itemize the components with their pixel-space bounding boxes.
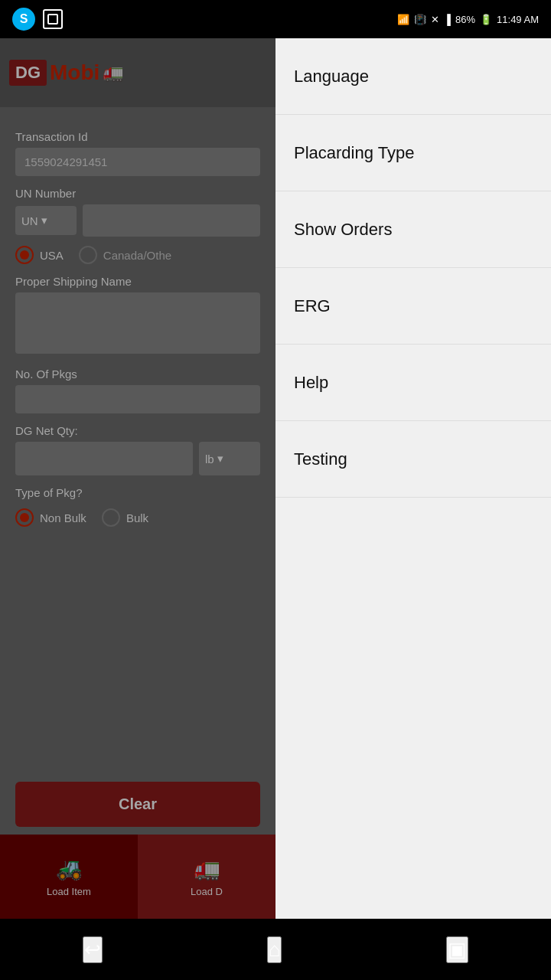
menu-item-testing[interactable]: Testing bbox=[276, 421, 551, 498]
wifi-icon: 📶 bbox=[397, 14, 409, 25]
menu-item-erg[interactable]: ERG bbox=[276, 268, 551, 345]
battery-percent: 86% bbox=[455, 14, 475, 25]
menu-item-language[interactable]: Language bbox=[276, 38, 551, 115]
status-right: 📶 📳 ✕ ▐ 86% 🔋 11:49 AM bbox=[397, 14, 539, 25]
clock: 11:49 AM bbox=[497, 14, 539, 25]
recents-button[interactable]: ▣ bbox=[446, 936, 468, 963]
battery-icon: 🔋 bbox=[480, 14, 492, 25]
multi-window-icon bbox=[43, 9, 63, 29]
overlay[interactable] bbox=[0, 38, 276, 919]
skype-icon: S bbox=[12, 8, 35, 31]
signal-bars: ▐ bbox=[444, 14, 451, 25]
main-area: DG Mobi 🚛 Transaction Id UN Number UN ▾ bbox=[0, 38, 551, 919]
back-button[interactable]: ↩ bbox=[83, 936, 103, 963]
menu-item-help[interactable]: Help bbox=[276, 345, 551, 421]
signal-icon: ✕ bbox=[431, 14, 439, 25]
menu-item-show-orders[interactable]: Show Orders bbox=[276, 191, 551, 268]
menu-item-placarding-type[interactable]: Placarding Type bbox=[276, 115, 551, 191]
nav-bar: ↩ ⌂ ▣ bbox=[0, 919, 551, 980]
sim-icon: 📳 bbox=[414, 14, 426, 25]
menu-panel: Language Placarding Type Show Orders ERG… bbox=[276, 38, 551, 919]
status-bar: S 📶 📳 ✕ ▐ 86% 🔋 11:49 AM bbox=[0, 0, 551, 38]
home-button[interactable]: ⌂ bbox=[267, 936, 282, 963]
app-panel: DG Mobi 🚛 Transaction Id UN Number UN ▾ bbox=[0, 38, 276, 919]
